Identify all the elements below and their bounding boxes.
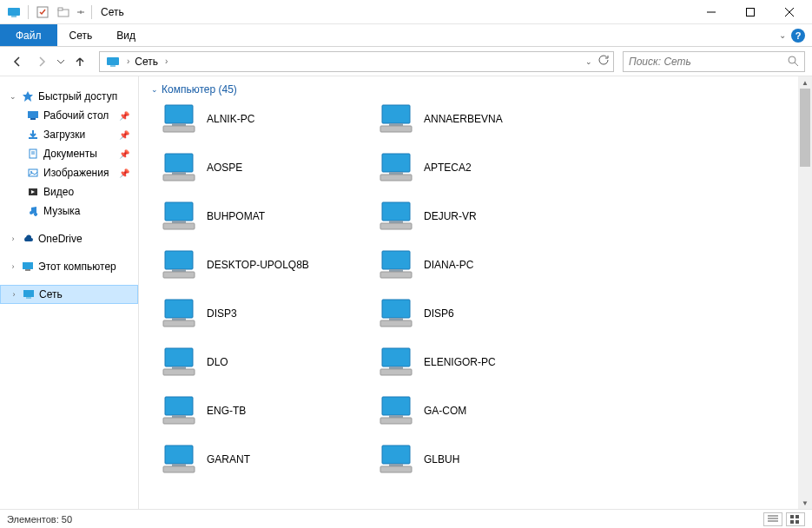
svg-rect-66 <box>380 272 412 278</box>
search-placeholder: Поиск: Сеть <box>629 56 788 68</box>
sidebar-item-network[interactable]: › Сеть <box>0 285 138 304</box>
computer-item[interactable]: ANNAERBEVNA <box>368 101 585 137</box>
computer-item[interactable]: APTECA2 <box>368 149 585 186</box>
svg-rect-101 <box>163 466 195 472</box>
computer-icon <box>160 395 198 426</box>
search-input[interactable]: Поиск: Сеть <box>623 51 805 72</box>
svg-rect-98 <box>165 446 193 464</box>
body: ⌄ Быстрый доступ Рабочий стол 📌 Загрузки… <box>0 76 812 509</box>
svg-rect-33 <box>382 105 410 123</box>
forward-button[interactable] <box>31 51 52 72</box>
qat-dropdown-icon[interactable] <box>76 4 85 20</box>
sidebar-item-videos[interactable]: Видео <box>0 182 138 201</box>
svg-rect-14 <box>28 111 38 118</box>
svg-rect-106 <box>380 466 412 472</box>
sidebar-item-label: Документы <box>43 148 97 160</box>
svg-rect-9 <box>107 57 119 65</box>
back-button[interactable] <box>7 51 28 72</box>
computer-item[interactable]: GARANT <box>151 441 368 478</box>
svg-rect-56 <box>380 223 412 229</box>
sidebar-item-desktop[interactable]: Рабочий стол 📌 <box>0 106 138 125</box>
group-count: 45 <box>221 83 233 96</box>
network-icon <box>22 287 36 301</box>
computer-label: DISP3 <box>207 307 237 320</box>
chevron-right-icon[interactable]: › <box>127 56 129 66</box>
address-segment[interactable]: Сеть › <box>132 56 170 68</box>
chevron-right-icon[interactable]: › <box>165 56 168 66</box>
downloads-icon <box>26 128 40 142</box>
minimize-button[interactable] <box>691 0 730 24</box>
computer-item[interactable]: DIANA-PC <box>368 247 585 283</box>
chevron-right-icon[interactable]: › <box>9 234 17 243</box>
music-icon <box>26 204 40 218</box>
svg-rect-91 <box>163 418 195 424</box>
computer-label: ELENIGOR-PC <box>424 356 496 368</box>
svg-rect-48 <box>165 202 193 221</box>
sidebar-item-label: OneDrive <box>38 233 83 245</box>
details-view-button[interactable] <box>763 512 782 526</box>
status-count: 50 <box>62 514 72 525</box>
group-header[interactable]: ⌄ Компьютер (45) <box>151 83 798 96</box>
svg-rect-83 <box>382 348 410 366</box>
computer-item[interactable]: GA-COM <box>368 393 585 429</box>
sidebar-item-onedrive[interactable]: › OneDrive <box>0 229 138 248</box>
qat-properties-icon[interactable] <box>35 4 50 20</box>
svg-rect-27 <box>26 297 31 299</box>
tab-network[interactable]: Сеть <box>57 24 105 46</box>
svg-rect-31 <box>163 126 195 132</box>
chevron-down-icon[interactable]: ⌄ <box>151 85 158 94</box>
computer-item[interactable]: GLBUH <box>368 441 585 478</box>
computer-item[interactable]: DISP6 <box>368 295 585 332</box>
address-dropdown-icon[interactable]: ⌄ <box>585 57 592 66</box>
refresh-icon[interactable] <box>597 54 610 69</box>
computer-item[interactable]: DESKTOP-UPOLQ8B <box>151 247 368 283</box>
computer-item[interactable]: ELENIGOR-PC <box>368 344 585 380</box>
svg-rect-53 <box>382 202 410 221</box>
group-count-open: ( <box>215 83 221 96</box>
vertical-scrollbar[interactable]: ▲ ▼ <box>798 76 812 509</box>
group-count-close: ) <box>234 83 237 96</box>
computer-label: DEJUR-VR <box>424 210 477 222</box>
sidebar-item-pictures[interactable]: Изображения 📌 <box>0 163 138 182</box>
computer-label: ANNAERBEVNA <box>424 113 503 125</box>
address-bar[interactable]: › Сеть › ⌄ <box>99 51 614 72</box>
computer-item[interactable]: AOSPE <box>151 149 368 186</box>
qat-newfolder-icon[interactable] <box>56 4 71 20</box>
sidebar-item-music[interactable]: Музыка <box>0 201 138 221</box>
computer-icon <box>377 103 415 135</box>
computer-item[interactable]: ALNIK-PC <box>151 101 368 137</box>
computer-item[interactable]: DEJUR-VR <box>368 198 585 234</box>
scroll-down-icon[interactable]: ▼ <box>798 497 812 509</box>
tab-file[interactable]: Файл <box>0 24 57 46</box>
app-icon <box>6 4 22 20</box>
chevron-down-icon[interactable]: ⌄ <box>9 92 17 101</box>
tab-view[interactable]: Вид <box>104 24 148 46</box>
computer-item[interactable]: ENG-TB <box>151 393 368 429</box>
scroll-thumb[interactable] <box>800 89 810 167</box>
computer-icon <box>160 444 198 475</box>
recent-locations-button[interactable] <box>56 51 66 72</box>
computer-item[interactable]: DLO <box>151 344 368 380</box>
svg-rect-112 <box>795 515 799 518</box>
largeicons-view-button[interactable] <box>786 512 805 526</box>
pin-icon: 📌 <box>119 130 129 140</box>
sidebar-item-documents[interactable]: Документы 📌 <box>0 144 138 163</box>
svg-rect-81 <box>163 369 195 375</box>
sidebar-item-thispc[interactable]: › Этот компьютер <box>0 257 138 276</box>
scroll-up-icon[interactable]: ▲ <box>798 76 812 89</box>
computer-item[interactable]: DISP3 <box>151 295 368 332</box>
sidebar-item-downloads[interactable]: Загрузки 📌 <box>0 125 138 144</box>
maximize-button[interactable] <box>730 0 769 24</box>
computer-item[interactable]: BUHPOMAT <box>151 198 368 234</box>
ribbon-expand-icon[interactable]: ⌄ <box>779 30 786 40</box>
chevron-right-icon[interactable]: › <box>10 290 18 299</box>
help-icon[interactable]: ? <box>791 29 805 43</box>
sidebar-item-quickaccess[interactable]: ⌄ Быстрый доступ <box>0 87 138 106</box>
status-bar: Элементов: 50 <box>0 509 812 528</box>
chevron-right-icon[interactable]: › <box>9 262 17 271</box>
up-button[interactable] <box>69 51 90 72</box>
svg-rect-96 <box>380 418 412 424</box>
address-root-icon[interactable]: › <box>103 55 132 69</box>
computer-label: GLBUH <box>424 453 459 465</box>
close-button[interactable] <box>769 0 809 24</box>
